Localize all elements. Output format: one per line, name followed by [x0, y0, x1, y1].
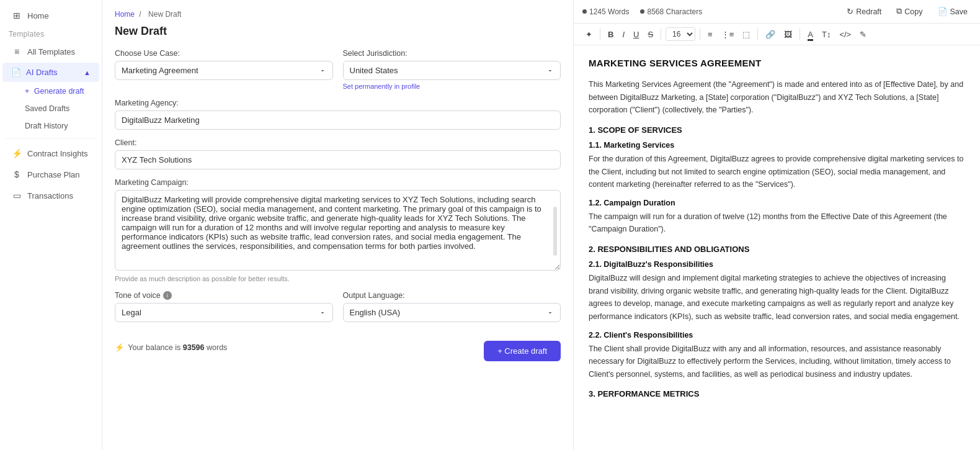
- use-case-jurisdiction-row: Choose Use Case: Marketing Agreement Ser…: [115, 49, 561, 90]
- ai-format-button[interactable]: ✦: [582, 28, 595, 41]
- sidebar-item-home[interactable]: ⊞ Home: [2, 6, 99, 25]
- campaign-hint: Provide as much description as possible …: [115, 275, 561, 282]
- main-content: Home / New Draft New Draft Choose Use Ca…: [102, 0, 980, 450]
- chevron-up-icon: ▲: [84, 69, 91, 76]
- sidebar-item-purchase-plan[interactable]: $ Purchase Plan: [2, 164, 99, 184]
- use-case-select[interactable]: Marketing Agreement Service Agreement ND…: [115, 61, 333, 80]
- breadcrumb-separator: /: [139, 10, 141, 19]
- sidebar-item-generate-draft[interactable]: + Generate draft: [2, 83, 99, 99]
- campaign-textarea-wrapper: [115, 190, 561, 272]
- home-icon: ⊞: [11, 11, 22, 20]
- doc-heading: 1.1. Marketing Services: [589, 141, 965, 150]
- redraft-icon: ↻: [847, 7, 853, 16]
- doc-paragraph: For the duration of this Agreement, Digi…: [589, 153, 965, 191]
- sidebar-item-ai-drafts[interactable]: 📄 AI Drafts ▲: [2, 63, 99, 82]
- doc-paragraph: The Client shall provide DigitalBuzz wit…: [589, 343, 965, 381]
- tone-language-row: Tone of voice i Legal Formal Casual Frie…: [115, 291, 561, 322]
- unordered-list-button[interactable]: ≡: [705, 28, 716, 41]
- ordered-list-button[interactable]: ⋮≡: [718, 28, 737, 41]
- doc-heading: 2.1. DigitalBuzz's Responsibilities: [589, 260, 965, 269]
- underline-button[interactable]: U: [630, 28, 642, 41]
- strikethrough-button[interactable]: S: [644, 28, 656, 41]
- document-content: MARKETING SERVICES AGREEMENT This Market…: [574, 45, 980, 450]
- client-input[interactable]: [115, 150, 561, 169]
- balance-create-row: ⚡ Your balance is 93596 words + Create d…: [115, 331, 561, 361]
- breadcrumb-current: New Draft: [148, 10, 181, 19]
- agency-input[interactable]: [115, 110, 561, 130]
- fmt-separator-2: [661, 29, 661, 40]
- dollar-icon: $: [11, 169, 22, 179]
- output-lang-label: Output Language:: [343, 291, 561, 300]
- client-label: Client:: [115, 138, 561, 147]
- campaign-label: Marketing Campaign:: [115, 178, 561, 187]
- doc-actions: ↻ Redraft ⧉ Copy 📄 Save: [843, 5, 971, 18]
- code-button[interactable]: </>: [836, 28, 854, 41]
- sidebar-item-transactions[interactable]: ▭ Transactions: [2, 186, 99, 205]
- plus-icon: +: [25, 87, 29, 96]
- client-field-group: Client:: [115, 138, 561, 169]
- link-button[interactable]: 🔗: [762, 28, 778, 41]
- fmt-separator-5: [800, 29, 800, 40]
- jurisdiction-label: Select Jurisdiction:: [343, 49, 561, 58]
- text-color-button[interactable]: A: [804, 28, 816, 41]
- eraser-button[interactable]: ✎: [857, 28, 870, 41]
- fmt-separator-3: [700, 29, 700, 40]
- balance-amount: 93596: [183, 343, 205, 352]
- redraft-button[interactable]: ↻ Redraft: [843, 5, 885, 18]
- fmt-separator-1: [600, 29, 600, 40]
- sidebar: ⊞ Home Templates ≡ All Templates 📄 AI Dr…: [0, 0, 102, 450]
- tone-col: Tone of voice i Legal Formal Casual Frie…: [115, 291, 333, 322]
- align-button[interactable]: ⬚: [739, 28, 753, 41]
- doc-paragraph: The campaign will run for a duration of …: [589, 210, 965, 236]
- lightning-balance-icon: ⚡: [115, 343, 125, 352]
- doc-heading: 3. PERFORMANCE METRICS: [589, 389, 965, 398]
- content-area: Home / New Draft New Draft Choose Use Ca…: [102, 0, 980, 450]
- file-icon: 📄: [11, 68, 21, 77]
- agency-field-group: Marketing Agency:: [115, 99, 561, 130]
- doc-toolbar-top: 1245 Words 8568 Characters ↻ Redraft ⧉ C…: [574, 0, 980, 24]
- sidebar-divider: [6, 138, 96, 139]
- word-count-dot: [582, 9, 587, 14]
- bold-button[interactable]: B: [605, 28, 617, 41]
- italic-button[interactable]: I: [619, 28, 628, 41]
- lightning-icon: ⚡: [11, 148, 22, 158]
- breadcrumb: Home / New Draft: [115, 10, 561, 19]
- text-style-button[interactable]: T↕: [819, 28, 834, 41]
- doc-stats: 1245 Words 8568 Characters: [582, 7, 702, 16]
- char-count-dot: [640, 9, 644, 14]
- image-button[interactable]: 🖼: [781, 28, 795, 41]
- copy-icon: ⧉: [896, 7, 902, 16]
- textarea-scrollbar: [553, 207, 557, 256]
- doc-paragraph: DigitalBuzz will design and implement di…: [589, 272, 965, 323]
- doc-heading: 1. SCOPE OF SERVICES: [589, 125, 965, 135]
- campaign-field-group: Marketing Campaign: Provide as much desc…: [115, 178, 561, 282]
- tone-label: Tone of voice i: [115, 291, 333, 300]
- sidebar-item-saved-drafts[interactable]: Saved Drafts: [2, 101, 99, 117]
- form-panel: Home / New Draft New Draft Choose Use Ca…: [102, 0, 574, 450]
- jurisdiction-hint: Set permanently in profile: [343, 83, 561, 90]
- document-panel: 1245 Words 8568 Characters ↻ Redraft ⧉ C…: [574, 0, 980, 450]
- list-icon: ≡: [11, 47, 22, 56]
- jurisdiction-select[interactable]: United States United Kingdom Canada Aust…: [343, 61, 561, 80]
- output-lang-col: Output Language: English (USA) English (…: [343, 291, 561, 322]
- use-case-label: Choose Use Case:: [115, 49, 333, 58]
- balance-text: ⚡ Your balance is 93596 words: [115, 343, 227, 352]
- breadcrumb-home[interactable]: Home: [115, 10, 135, 19]
- sidebar-item-contract-insights[interactable]: ⚡ Contract Insights: [2, 143, 99, 163]
- save-button[interactable]: 📄 Save: [934, 5, 972, 18]
- sidebar-item-all-templates[interactable]: ≡ All Templates: [2, 42, 99, 61]
- tone-info-icon: i: [163, 291, 172, 300]
- copy-button[interactable]: ⧉ Copy: [893, 5, 926, 18]
- char-count-stat: 8568 Characters: [640, 7, 702, 16]
- doc-heading: 2.2. Client's Responsibilities: [589, 331, 965, 340]
- jurisdiction-col: Select Jurisdiction: United States Unite…: [343, 49, 561, 90]
- page-title: New Draft: [115, 25, 561, 38]
- tone-select[interactable]: Legal Formal Casual Friendly: [115, 303, 333, 322]
- save-icon: 📄: [938, 7, 948, 16]
- sidebar-item-draft-history[interactable]: Draft History: [2, 118, 99, 134]
- create-draft-button[interactable]: + Create draft: [484, 341, 561, 361]
- output-lang-select[interactable]: English (USA) English (UK) Spanish Frenc…: [343, 303, 561, 322]
- campaign-textarea[interactable]: [115, 190, 561, 271]
- use-case-col: Choose Use Case: Marketing Agreement Ser…: [115, 49, 333, 90]
- font-size-select[interactable]: 16 12 14 18 20 24: [666, 27, 695, 41]
